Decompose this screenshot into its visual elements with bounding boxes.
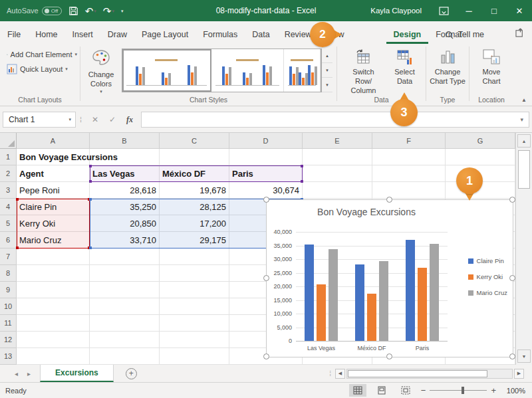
share-button[interactable]	[515, 28, 525, 39]
chart-style-thumbnail-1[interactable]	[122, 49, 211, 92]
grid-cell[interactable]	[17, 298, 90, 315]
sheet-tab-excursions[interactable]: Excursions	[40, 365, 114, 382]
column-header-e[interactable]: E	[303, 133, 372, 149]
row-header-10[interactable]: 10	[0, 298, 17, 315]
row-header-5[interactable]: 5	[0, 215, 17, 232]
grid-cell[interactable]	[17, 249, 90, 265]
new-sheet-button[interactable]: +	[126, 368, 137, 379]
cell-B6[interactable]: 33,710	[90, 232, 160, 249]
vscroll-thumb[interactable]	[518, 150, 530, 189]
row-header-3[interactable]: 3	[0, 182, 17, 199]
zoom-in-button[interactable]: +	[491, 385, 496, 395]
column-header-g[interactable]: G	[446, 133, 515, 149]
chart-selection-handle[interactable]	[263, 197, 269, 203]
cell-B3[interactable]: 28,618	[90, 182, 160, 199]
grid-cell[interactable]	[160, 298, 229, 315]
vertical-scrollbar[interactable]: ▲▼	[515, 133, 532, 365]
sheet-nav-left-button[interactable]: ◂	[15, 370, 18, 377]
insert-function-button[interactable]: fx	[121, 115, 138, 125]
row-header-1[interactable]: 1	[0, 149, 17, 165]
row-header-7[interactable]: 7	[0, 249, 17, 265]
grid-cell[interactable]	[17, 348, 90, 365]
grid-cell[interactable]	[160, 265, 229, 282]
tab-formulas[interactable]: Formulas	[196, 25, 245, 44]
row-header-8[interactable]: 8	[0, 265, 17, 282]
formula-bar-expand-icon[interactable]: ▾	[520, 116, 529, 123]
grid-cell[interactable]	[90, 265, 160, 282]
cell-B4[interactable]: 35,250	[90, 199, 160, 215]
column-header-b[interactable]: B	[90, 133, 160, 149]
grid-cell[interactable]	[160, 332, 229, 348]
grid-cell[interactable]	[17, 332, 90, 348]
legend-item-mario-cruz[interactable]: Mario Cruz	[468, 289, 507, 296]
formula-input[interactable]: ▾	[141, 112, 529, 128]
embedded-chart[interactable]: Bon Voyage Excursions05,00010,00015,0002…	[266, 199, 513, 357]
cell-A1[interactable]: Bon Voyage Excursions	[17, 149, 90, 165]
cell-C6[interactable]: 29,175	[160, 232, 229, 249]
grid-cell[interactable]	[372, 182, 446, 199]
column-header-c[interactable]: C	[160, 133, 229, 149]
grid-cell[interactable]	[160, 315, 229, 332]
change-colors-button[interactable]: Change Colors ▾	[80, 47, 122, 96]
sheet-nav-right-button[interactable]: ▸	[27, 370, 31, 377]
bar-kerry-oki[interactable]	[317, 284, 326, 341]
grid-cell[interactable]	[17, 265, 90, 282]
tab-file[interactable]: File	[0, 25, 28, 44]
zoom-out-button[interactable]: −	[421, 385, 426, 395]
tab-insert[interactable]: Insert	[65, 25, 100, 44]
bar-claire-pin[interactable]	[406, 240, 415, 341]
undo-button[interactable]: ↶▾	[85, 6, 96, 16]
ribbon-display-options-button[interactable]	[431, 0, 456, 21]
grid-cell[interactable]	[303, 182, 372, 199]
bar-mario-cruz[interactable]	[379, 261, 388, 341]
autosave-toggle[interactable]: AutoSave Off	[7, 7, 62, 15]
scroll-left-button[interactable]: ◀	[335, 369, 345, 379]
collapse-ribbon-button[interactable]: ▲	[521, 97, 527, 103]
legend-item-claire-pin[interactable]: Claire Pin	[468, 257, 507, 264]
chart-style-thumbnail-3[interactable]	[284, 49, 321, 92]
bar-kerry-oki[interactable]	[367, 294, 376, 341]
chart-title[interactable]: Bon Voyage Excursions	[267, 207, 466, 217]
row-header-13[interactable]: 13	[0, 348, 17, 365]
cell-B5[interactable]: 20,850	[90, 215, 160, 232]
vscroll-down-button[interactable]: ▼	[517, 349, 531, 363]
chart-style-thumbnail-2[interactable]	[211, 49, 284, 92]
legend-item-kerry-oki[interactable]: Kerry Oki	[468, 273, 507, 280]
save-button[interactable]	[68, 6, 78, 16]
page-break-preview-button[interactable]	[397, 384, 414, 397]
gallery-scroll-down-button[interactable]: ▼	[322, 63, 332, 78]
row-header-9[interactable]: 9	[0, 282, 17, 298]
grid-cell[interactable]	[90, 249, 160, 265]
chart-selection-handle[interactable]	[386, 197, 392, 203]
grid-cell[interactable]	[17, 282, 90, 298]
cell-A5[interactable]: Kerry Oki	[17, 215, 90, 232]
confirm-entry-button[interactable]: ✓	[104, 115, 121, 124]
vscroll-up-button[interactable]: ▲	[517, 134, 531, 148]
cell-A6[interactable]: Mario Cruz	[17, 232, 90, 249]
grid-cell[interactable]	[90, 282, 160, 298]
add-chart-element-button[interactable]: Add Chart Element▾	[4, 47, 80, 62]
grid-cell[interactable]	[160, 282, 229, 298]
row-header-11[interactable]: 11	[0, 315, 17, 332]
customize-qat-button[interactable]: ▾	[121, 9, 124, 13]
grid-cell[interactable]	[160, 149, 229, 165]
cell-B2[interactable]: Las Vegas	[90, 165, 160, 182]
chart-selection-handle[interactable]	[263, 353, 269, 359]
column-header-f[interactable]: F	[372, 133, 446, 149]
hscroll-track[interactable]	[346, 369, 513, 379]
cell-C4[interactable]: 28,125	[160, 199, 229, 215]
grid-cell[interactable]	[372, 165, 446, 182]
cell-A3[interactable]: Pepe Roni	[17, 182, 90, 199]
tab-page-layout[interactable]: Page Layout	[134, 25, 196, 44]
chart-legend[interactable]: Claire PinKerry OkiMario Cruz	[468, 257, 507, 296]
column-header-a[interactable]: A	[17, 133, 90, 149]
cell-C3[interactable]: 19,678	[160, 182, 229, 199]
select-all-corner[interactable]	[0, 133, 17, 149]
cell-C2[interactable]: México DF	[160, 165, 229, 182]
column-header-d[interactable]: D	[229, 133, 303, 149]
tab-design[interactable]: Design	[386, 25, 429, 44]
tab-draw[interactable]: Draw	[100, 25, 134, 44]
grid-cell[interactable]	[90, 298, 160, 315]
redo-button[interactable]: ↷▾	[103, 6, 114, 16]
gallery-more-button[interactable]: ▼	[322, 78, 332, 92]
